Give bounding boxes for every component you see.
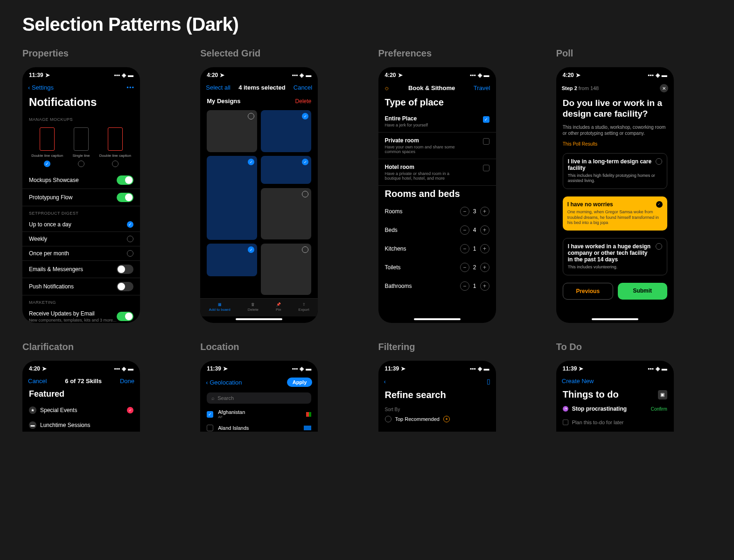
travel-button[interactable]: Travel [474,84,490,91]
back-button[interactable]: ‹ [384,378,386,385]
mockup-option[interactable]: Double line caption✓ [31,127,63,167]
cancel-button[interactable]: Cancel [294,84,312,91]
plus-button[interactable]: + [480,244,489,253]
back-button[interactable]: ‹ Settings [28,84,54,91]
phone-preferences: 4:20 ➤ ▪▪▪ ◈ ▬ ☼ Book & Sithome Travel T… [378,67,496,323]
select-all-button[interactable]: Select all [206,84,231,91]
status-bar: 11:39 ➤ ▪▪▪ ◈ ▬ [556,361,674,375]
grid-tile[interactable]: ✓ [261,110,311,152]
location-icon: ➤ [576,72,580,78]
bookmark-icon[interactable]: ▯ [487,378,490,385]
checkbox-checked-icon: ✓ [207,411,213,418]
radio-unchecked-icon [127,236,133,242]
grid-tile[interactable]: ✓ [207,156,257,240]
status-bar: 11:39 ➤ ▪▪▪ ◈ ▬ [200,361,318,375]
sun-icon[interactable]: ☼ [384,84,390,91]
toggle[interactable] [117,193,133,202]
section-title-preferences: Preferences [378,48,534,59]
checkbox-row[interactable]: Entire PlaceHave a jerk for yourself✓ [378,111,496,133]
nav-bar: Step 2 from 148 ✕ [556,81,674,95]
flag-icon [304,412,311,417]
checkbox-row[interactable]: Private roomHave your own room and share… [378,133,496,159]
battery-icon: ▬ [484,365,489,372]
nav-bar: ☼ Book & Sithome Travel [378,81,496,94]
submit-button[interactable]: Submit [618,283,667,300]
results-link[interactable]: This Poll Results [556,139,674,149]
battery-icon: ▬ [662,365,667,372]
grid-tile[interactable] [207,110,257,152]
radio-unchecked-icon [112,161,119,167]
grid-icon: ▦ [218,302,222,307]
toggle[interactable] [117,312,133,321]
stepper-row: Kitchens−1+ [378,239,496,258]
create-new-button[interactable]: Create New [562,378,594,385]
signal-icon: ▪▪▪ [114,72,120,78]
mockup-option[interactable]: Double line caption [99,127,131,167]
plus-button[interactable]: + [480,207,489,216]
checkbox-checked-icon: ✓ [483,116,489,123]
radio-row[interactable]: Weekly [22,232,140,246]
more-icon[interactable]: ••• [126,84,134,91]
minus-button[interactable]: − [460,263,469,272]
grid-tile[interactable] [261,244,311,295]
mockup-option[interactable]: Single line [73,127,90,167]
delete-button[interactable]: Delete [295,98,312,105]
subheader-digest: SETPRODUCT DIGEST [22,206,140,217]
minus-button[interactable]: − [460,225,469,235]
poll-option[interactable]: I live in a long-term design care facili… [563,153,667,189]
wifi-icon: ◈ [122,72,126,78]
minus-button[interactable]: − [460,244,469,253]
toggle[interactable] [117,282,133,291]
radio-unchecked-icon [656,158,662,165]
plus-button[interactable]: + [480,225,489,235]
grid-tile[interactable]: ✓ [261,156,311,184]
radio-row[interactable]: Once per month [22,246,140,261]
poll-option[interactable]: I have no worriesOne morning, when Grego… [563,196,667,231]
section-header: My Designs [207,98,240,105]
signal-icon: ▪▪▪ [292,72,298,78]
toggle-row: Mockups Showcase [22,172,140,189]
cancel-button[interactable]: Cancel [28,378,47,385]
todo-item[interactable]: ◔Stop procrastinatingConfirm [556,402,674,416]
apply-button[interactable]: Apply [287,378,313,387]
wifi-icon: ◈ [122,365,126,372]
toggle[interactable] [117,175,133,185]
clock-icon: ◔ [563,406,568,412]
plus-button[interactable]: + [480,281,489,291]
country-row[interactable]: Aland Islands [200,422,318,432]
checkbox-row[interactable]: Hotel roomHave a private or shared room … [378,159,496,186]
radio-row[interactable]: Up to once a day✓ [22,217,140,232]
toggle-row: Receive Updates by EmailNew components, … [22,307,140,323]
plus-button[interactable]: + [480,263,489,272]
previous-button[interactable]: Previous [563,283,613,300]
tab-pin[interactable]: 📌Pin [276,302,281,312]
pin-icon: 📌 [276,302,281,307]
search-input[interactable]: ⌕Search [207,392,311,404]
grid-tile[interactable]: ✓ [207,244,257,276]
minus-button[interactable]: − [460,281,469,291]
country-row[interactable]: ✓AfghanistanAF [200,406,318,422]
tab-add-to-board[interactable]: ▦Add to board [209,302,231,312]
sort-option[interactable]: Top Recommended★ [378,413,496,425]
archive-icon[interactable]: ▣ [658,390,667,399]
nav-bar: Cancel 6 of 72 Skills Done [22,375,140,387]
list-item[interactable]: ▬Lunchtime Sessions [22,418,140,432]
select-checked-icon: ✓ [248,159,254,165]
minus-button[interactable]: − [460,207,469,216]
stepper-row: Toilets−2+ [378,258,496,277]
grid-tile[interactable] [261,188,311,239]
stepper-value: 3 [473,208,476,215]
select-checked-icon: ✓ [248,246,254,253]
close-button[interactable]: ✕ [660,84,668,92]
back-button[interactable]: ‹ Geolocation [206,379,242,386]
toggle[interactable] [117,265,133,274]
tab-export[interactable]: ⇪Export [299,302,309,312]
todo-subitem[interactable]: Plan this to-do for later [556,416,674,429]
poll-option[interactable]: I have worked in a huge design company o… [563,238,667,275]
check-icon: ✓ [127,407,133,413]
confirm-button[interactable]: Confirm [651,406,667,412]
done-button[interactable]: Done [120,378,134,385]
signal-icon: ▪▪▪ [114,365,120,372]
tab-delete[interactable]: 🗑Delete [248,302,259,312]
list-item[interactable]: ★Special Events✓ [22,403,140,418]
